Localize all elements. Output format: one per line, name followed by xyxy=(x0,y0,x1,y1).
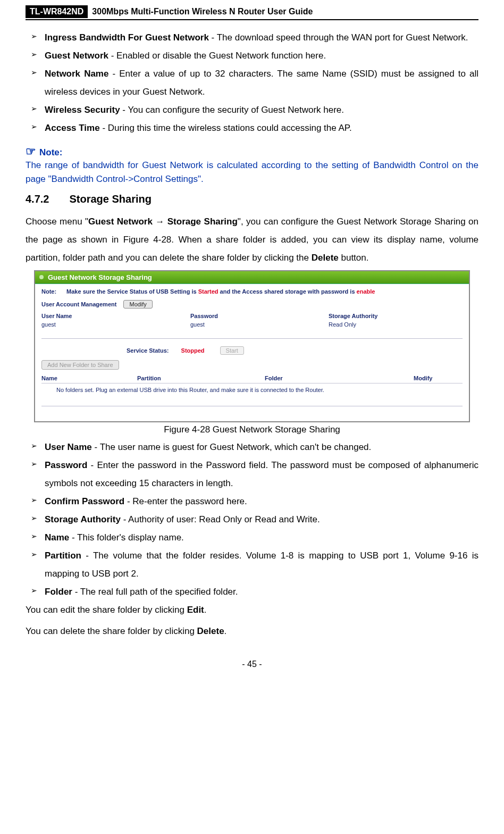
note-body: The range of bandwidth for Guest Network… xyxy=(26,159,478,187)
term: Storage Authority xyxy=(45,514,121,524)
bullet-icon xyxy=(39,275,44,279)
guide-title: 300Mbps Multi-Function Wireless N Router… xyxy=(92,7,313,16)
definition-list-1: Ingress Bandwidth For Guest Network - Th… xyxy=(26,29,478,137)
col-user-name: User Name xyxy=(41,313,190,319)
menu-path: Guest Network → Storage Sharing xyxy=(88,216,238,227)
term: Partition xyxy=(45,551,81,561)
list-item: Name - This folder's display name. xyxy=(26,529,478,547)
add-folder-button[interactable]: Add New Folder to Share xyxy=(41,360,119,370)
folder-table-header: Name Partition Folder Modify xyxy=(41,375,463,383)
tail-line-delete: You can delete the share folder by click… xyxy=(26,622,478,640)
text: Choose menu " xyxy=(26,216,88,227)
intro-paragraph: Choose menu "Guest Network → Storage Sha… xyxy=(26,213,478,267)
desc: - This folder's display name. xyxy=(69,532,184,543)
col-modify: Modify xyxy=(414,375,463,381)
desc: - You can configure the security of Gues… xyxy=(120,105,344,115)
figure-screenshot: Guest Network Storage Sharing Note: Make… xyxy=(34,270,470,422)
col-password: Password xyxy=(190,313,329,319)
panel-title: Guest Network Storage Sharing xyxy=(48,273,152,281)
term: Name xyxy=(45,532,69,543)
user-account-management-row: User Account Management Modify xyxy=(41,300,463,308)
term: Folder xyxy=(45,587,72,597)
text: . xyxy=(204,605,207,615)
note-label: Note: xyxy=(41,288,65,295)
desc: - Enabled or disable the Guest Network f… xyxy=(108,51,326,61)
account-table-header: User Name Password Storage Authority xyxy=(41,313,463,319)
term: Ingress Bandwidth For Guest Network xyxy=(45,32,209,43)
account-table-row: guest guest Read Only xyxy=(41,321,463,328)
note-text: and the Access shared storage with passw… xyxy=(219,288,357,295)
text: button. xyxy=(339,253,369,263)
text: You can delete the share folder by click… xyxy=(26,626,197,636)
divider xyxy=(41,406,463,406)
edit-term: Edit xyxy=(187,605,204,615)
list-item: User Name - The user name is guest for G… xyxy=(26,438,478,456)
text: You can edit the share folder by clickin… xyxy=(26,605,187,615)
col-storage-authority: Storage Authority xyxy=(329,313,463,319)
start-button[interactable]: Start xyxy=(220,346,244,355)
term: Network Name xyxy=(45,69,108,79)
note-label: Note: xyxy=(39,147,62,157)
desc: - The user name is guest for Guest Netwo… xyxy=(92,442,371,452)
cell-user: guest xyxy=(41,321,190,328)
empty-state-message: No folders set. Plug an external USB dri… xyxy=(41,383,463,406)
section-title: Storage Sharing xyxy=(69,193,151,205)
list-item: Password - Enter the password in the Pas… xyxy=(26,456,478,493)
service-status-value: Stopped xyxy=(181,347,205,354)
modify-button[interactable]: Modify xyxy=(123,300,152,308)
term: Guest Network xyxy=(45,51,108,61)
term: Access Time xyxy=(45,123,100,133)
list-item: Confirm Password - Re-enter the password… xyxy=(26,493,478,511)
term: Password xyxy=(45,460,87,470)
note-block: ☞Note: The range of bandwidth for Guest … xyxy=(26,145,478,187)
desc: - Authority of user: Read Only or Read a… xyxy=(121,514,320,524)
text: . xyxy=(224,626,227,636)
definition-list-2: User Name - The user name is guest for G… xyxy=(26,438,478,601)
uam-label: User Account Management xyxy=(41,301,116,307)
delete-term: Delete xyxy=(312,253,339,263)
col-name: Name xyxy=(41,375,137,381)
page-number: - 45 - xyxy=(26,660,478,669)
divider xyxy=(41,338,463,339)
panel-titlebar: Guest Network Storage Sharing xyxy=(35,271,469,284)
list-item: Folder - The real full path of the speci… xyxy=(26,583,478,601)
term: Wireless Security xyxy=(45,105,120,115)
tail-line-edit: You can edit the share folder by clickin… xyxy=(26,601,478,619)
desc: - Re-enter the password here. xyxy=(124,496,247,506)
list-item: Guest Network - Enabled or disable the G… xyxy=(26,47,478,65)
list-item: Wireless Security - You can configure th… xyxy=(26,101,478,119)
desc: - Enter the password in the Password fie… xyxy=(45,460,478,488)
desc: - During this time the wireless stations… xyxy=(100,123,352,133)
cell-auth: Read Only xyxy=(329,321,463,328)
figure-caption: Figure 4-28 Guest Network Storage Sharin… xyxy=(26,424,478,435)
section-number: 4.7.2 xyxy=(26,193,49,205)
page-header: TL-WR842ND 300Mbps Multi-Function Wirele… xyxy=(26,5,478,20)
service-status-row: Service Status: Stopped Start xyxy=(41,346,463,355)
model-badge: TL-WR842ND xyxy=(26,5,88,18)
status-enable: enable xyxy=(357,288,375,295)
desc: - The real full path of the specified fo… xyxy=(72,587,238,597)
note-heading: ☞Note: xyxy=(26,145,478,159)
desc: - The volume that the folder resides. Vo… xyxy=(45,551,478,579)
panel-note: Note: Make sure the Service Status of US… xyxy=(41,288,463,295)
term: Confirm Password xyxy=(45,496,124,506)
col-partition: Partition xyxy=(137,375,265,381)
list-item: Access Time - During this time the wirel… xyxy=(26,119,478,137)
note-text: Make sure the Service Status of USB Sett… xyxy=(66,288,198,295)
list-item: Ingress Bandwidth For Guest Network - Th… xyxy=(26,29,478,47)
list-item: Storage Authority - Authority of user: R… xyxy=(26,511,478,529)
desc: - Enter a value of up to 32 characters. … xyxy=(45,69,478,97)
desc: - The download speed through the WAN por… xyxy=(209,32,468,43)
cell-pass: guest xyxy=(190,321,329,328)
list-item: Partition - The volume that the folder r… xyxy=(26,547,478,583)
pointing-hand-icon: ☞ xyxy=(26,145,36,158)
list-item: Network Name - Enter a value of up to 32… xyxy=(26,65,478,101)
status-started: Started xyxy=(198,288,219,295)
term: User Name xyxy=(45,442,92,452)
section-heading: 4.7.2Storage Sharing xyxy=(26,193,478,205)
service-status-label: Service Status: xyxy=(127,347,169,354)
delete-term: Delete xyxy=(197,626,224,636)
col-folder: Folder xyxy=(265,375,414,381)
